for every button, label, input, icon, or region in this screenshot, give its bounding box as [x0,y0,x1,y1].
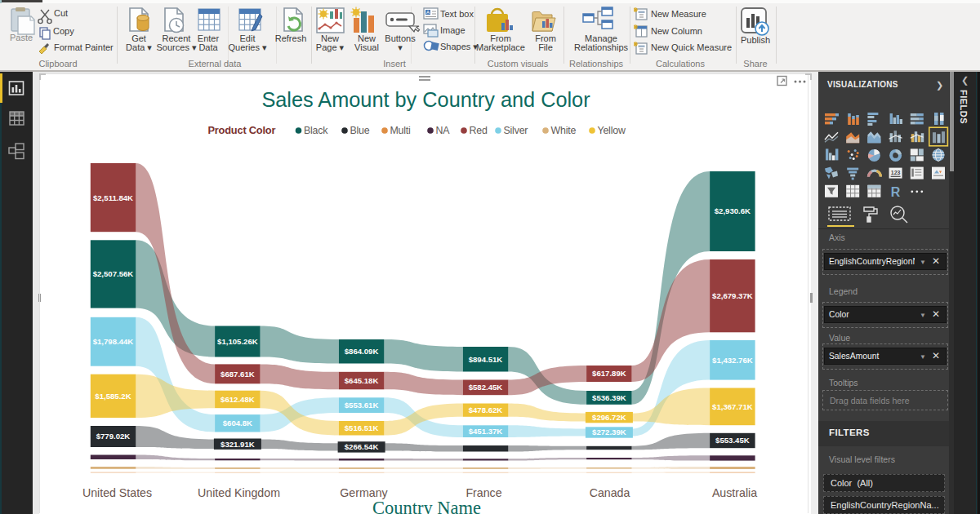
svg-text:$553.45K: $553.45K [715,436,750,445]
svg-text:NA: NA [435,125,450,136]
svg-text:$604.8K: $604.8K [222,419,252,428]
svg-text:Silver: Silver [503,125,528,136]
svg-text:$2,507.56K: $2,507.56K [92,269,133,278]
svg-text:Black: Black [304,125,328,136]
svg-text:$617.89K: $617.89K [592,369,626,378]
svg-text:$779.02K: $779.02K [96,432,130,441]
svg-text:$536.39K: $536.39K [592,393,626,402]
svg-text:United States: United States [82,486,151,499]
svg-text:Australia: Australia [711,486,756,499]
svg-text:$553.61K: $553.61K [344,401,378,410]
svg-text:$1,105.26K: $1,105.26K [217,337,258,346]
svg-text:$321.91K: $321.91K [220,440,255,449]
svg-text:R: R [891,185,901,199]
svg-text:White: White [550,125,576,136]
svg-text:A: A [426,10,430,15]
svg-text:Product Color: Product Color [207,124,275,136]
svg-text:$687.61K: $687.61K [220,370,255,379]
svg-text:$478.62K: $478.62K [468,405,502,414]
svg-text:Canada: Canada [589,486,630,499]
svg-text:$612.48K: $612.48K [220,395,255,404]
svg-text:$272.39K: $272.39K [592,428,626,436]
svg-text:$2,511.84K: $2,511.84K [92,193,132,202]
svg-text:123: 123 [891,170,901,175]
svg-text:Multi: Multi [390,125,410,136]
svg-text:$864.09K: $864.09K [344,347,378,356]
svg-text:$1,367.71K: $1,367.71K [712,402,753,411]
svg-text:$1,798.44K: $1,798.44K [92,337,133,346]
svg-text:$266.54K: $266.54K [344,442,378,451]
svg-text:$296.72K: $296.72K [592,413,626,422]
svg-text:Country Name: Country Name [372,498,480,514]
svg-text:$1,585.2K: $1,585.2K [95,392,131,401]
svg-text:Red: Red [469,125,487,136]
svg-text:$1,432.76K: $1,432.76K [712,356,753,365]
svg-text:$582.45K: $582.45K [468,383,502,392]
svg-text:$645.18K: $645.18K [344,376,378,385]
svg-text:$516.51K: $516.51K [344,423,378,432]
svg-text:$2,930.6K: $2,930.6K [714,206,750,215]
svg-text:Blue: Blue [350,125,369,136]
svg-text:Sales Amount by Country and Co: Sales Amount by Country and Color [261,88,590,111]
svg-text:Yellow: Yellow [597,125,625,136]
svg-text:$451.37K: $451.37K [468,427,502,436]
svg-text:United Kingdom: United Kingdom [198,486,280,499]
svg-text:$2,679.37K: $2,679.37K [712,291,753,300]
svg-text:$894.51K: $894.51K [468,355,502,364]
